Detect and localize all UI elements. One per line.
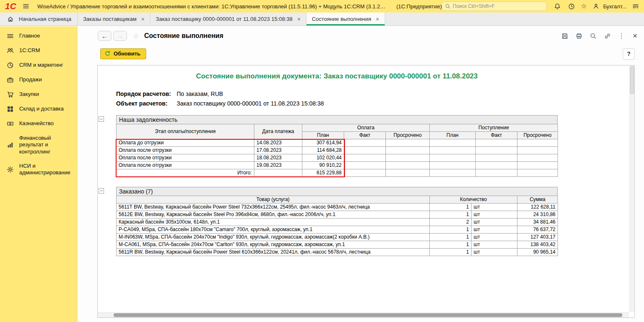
topbar: 1С WiseAdvice / Управление торговлей и в… — [0, 0, 644, 13]
horizontal-scrollbar-thumb[interactable] — [114, 313, 622, 317]
sidebar-item-finance[interactable]: Финансовый результат и контроллинг — [0, 131, 78, 159]
ordered-section: − Заказано (7) Товар (услуга) Количество… — [116, 187, 558, 256]
sidebar-item-crm-marketing[interactable]: CRM и маркетинг — [0, 58, 78, 73]
tab-close-icon[interactable]: × — [141, 16, 145, 22]
header-row: Товар (услуга) Количество Сумма — [117, 196, 558, 204]
col-date: Дата платежа — [254, 124, 302, 139]
people-icon — [7, 47, 14, 54]
tab-label: Заказ поставщику 0000-000001 от 11.08.20… — [156, 16, 292, 22]
search-icon — [445, 3, 451, 10]
banknote-icon — [7, 120, 14, 127]
horizontal-scrollbar[interactable] — [98, 312, 629, 317]
col-plan: План — [302, 132, 344, 139]
sidebar-item-warehouse[interactable]: Склад и доставка — [0, 102, 78, 116]
table-row[interactable]: Оплата после отгрузки 18.08.2023 102 020… — [117, 154, 558, 162]
sidebar-item-1c-crm[interactable]: 1С:CRM — [0, 43, 78, 58]
tab-execution-state[interactable]: Состояние выполнения × — [307, 13, 385, 25]
close-form-icon[interactable]: × — [633, 31, 637, 40]
sidebar-item-label: Продажи — [19, 76, 42, 83]
briefcase-icon — [7, 76, 14, 83]
user-name: Бухгалт... — [603, 3, 626, 10]
tab-supplier-orders[interactable]: Заказы поставщикам × — [78, 13, 150, 25]
window-title: WiseAdvice / Управление торговлей и взаи… — [37, 3, 385, 10]
section-title: Наша задолженность — [116, 115, 558, 124]
table-row[interactable]: Оплата после отгрузки 17.08.2023 114 684… — [117, 147, 558, 154]
table-row[interactable]: 5611R BW, Bestway, Каркасный бассейн Pow… — [117, 249, 558, 256]
tab-home[interactable]: Начальная страница — [0, 13, 78, 25]
field-label: Порядок расчетов: — [116, 91, 177, 97]
table-row[interactable]: M-CA061, MSpa, СПА-бассейн 204х70см "Car… — [117, 241, 558, 249]
global-search[interactable] — [442, 2, 547, 11]
debt-table: Этап оплаты/поступления Дата платежа Опл… — [116, 124, 558, 177]
main-area: ← → ☆ Состояние выполнения ⋮ × Обновить … — [78, 26, 644, 322]
vertical-scrollbar[interactable] — [629, 65, 634, 312]
table-row[interactable]: Оплата после отгрузки 19.08.2023 90 910,… — [117, 162, 558, 169]
tab-close-icon[interactable]: × — [297, 16, 300, 22]
col-group-payment: Оплата — [302, 124, 430, 132]
sidebar-item-label: Казначейство — [19, 120, 53, 127]
sidebar-item-admin[interactable]: НСИ и администрирование — [0, 159, 78, 180]
more-kebab-icon[interactable]: ⋮ — [618, 33, 625, 39]
collapse-toggle[interactable]: − — [99, 188, 104, 194]
report-fields: Порядок расчетов: По заказам, RUB Объект… — [116, 91, 558, 107]
notifications-bell-icon[interactable] — [553, 1, 563, 11]
col-overdue: Просрочено — [517, 132, 558, 139]
gear-icon — [7, 166, 14, 173]
tab-label: Заказы поставщикам — [83, 16, 137, 22]
sidebar-item-purchases[interactable]: Закупки — [0, 87, 78, 102]
back-button[interactable]: ← — [98, 31, 112, 41]
col-stage: Этап оплаты/поступления — [117, 124, 254, 139]
app-name: (1С:Предприятие) — [396, 3, 442, 10]
current-user[interactable]: Бухгалт... — [591, 1, 626, 11]
table-row[interactable]: Каркасный бассейн 305х100см, 6148л, уп.1… — [117, 219, 558, 226]
form-header: ← → ☆ Состояние выполнения ⋮ × — [78, 26, 644, 45]
col-qty: Количество — [430, 196, 517, 204]
favorite-star-icon[interactable]: ☆ — [133, 32, 139, 40]
sidebar-item-label: Главное — [19, 33, 40, 39]
refresh-icon — [104, 50, 111, 57]
tab-label: Начальная страница — [19, 16, 71, 22]
field-value: Заказ поставщику 0000-000001 от 11.08.20… — [177, 100, 324, 107]
tab-supplier-order-document[interactable]: Заказ поставщику 0000-000001 от 11.08.20… — [150, 13, 307, 25]
tab-close-icon[interactable]: × — [376, 16, 379, 22]
sidebar-item-label: НСИ и администрирование — [19, 163, 68, 176]
col-group-receipt: Поступление — [430, 124, 558, 132]
field-value: По заказам, RUB — [177, 91, 223, 97]
service-settings-icon[interactable] — [631, 1, 641, 11]
table-row[interactable]: 5611T BW, Bestway, Каркасный бассейн Pow… — [117, 204, 558, 211]
vertical-scrollbar-thumb[interactable] — [630, 66, 634, 94]
toolbar: Обновить ? — [78, 45, 644, 62]
preview-icon[interactable] — [590, 33, 597, 40]
search-input[interactable] — [453, 3, 544, 9]
refresh-button[interactable]: Обновить — [100, 48, 146, 59]
save-icon[interactable] — [561, 33, 568, 40]
report-panel: Состояние выполнения документа: Заказ по… — [97, 65, 635, 318]
sidebar-item-sales[interactable]: Продажи — [0, 73, 78, 87]
table-row[interactable]: 5612E BW, Bestway, Каркасный бассейн Ste… — [117, 211, 558, 219]
sidebar-item-label: CRM и маркетинг — [19, 62, 63, 68]
forward-button: → — [113, 31, 127, 41]
sidebar: Главное 1С:CRM CRM и маркетинг Продажи З… — [0, 26, 78, 322]
sidebar-item-treasury[interactable]: Казначейство — [0, 116, 78, 131]
help-button[interactable]: ? — [623, 48, 635, 60]
history-icon[interactable] — [567, 1, 577, 11]
report-title: Состояние выполнения документа: Заказ по… — [116, 72, 558, 80]
hamburger-menu-icon[interactable] — [21, 1, 30, 11]
main-menu-icon — [7, 33, 14, 40]
favorites-star-icon[interactable]: ☆ — [581, 3, 587, 10]
sidebar-item-main[interactable]: Главное — [0, 29, 78, 43]
table-row[interactable]: Оплата до отгрузки 14.08.2023 307 614,94 — [117, 139, 558, 147]
print-icon[interactable] — [576, 33, 583, 40]
table-row[interactable]: M-IN063W, MSpa, СПА-бассейн 204х70см "In… — [117, 234, 558, 241]
table-row[interactable]: P-CA049, MSpa, СПА-бассейн 180х70см "Cam… — [117, 226, 558, 234]
sidebar-item-label: Склад и доставка — [19, 106, 64, 112]
link-icon[interactable] — [604, 33, 611, 40]
collapse-toggle[interactable]: − — [99, 116, 104, 122]
ordered-table: Товар (услуга) Количество Сумма 5611T BW… — [116, 196, 558, 256]
col-fact: Факт — [344, 132, 386, 139]
shopping-cart-icon — [7, 91, 14, 98]
page-title: Состояние выполнения — [144, 32, 223, 40]
tab-label: Состояние выполнения — [312, 16, 371, 22]
bar-chart-icon — [7, 141, 14, 148]
col-product: Товар (услуга) — [117, 196, 430, 204]
